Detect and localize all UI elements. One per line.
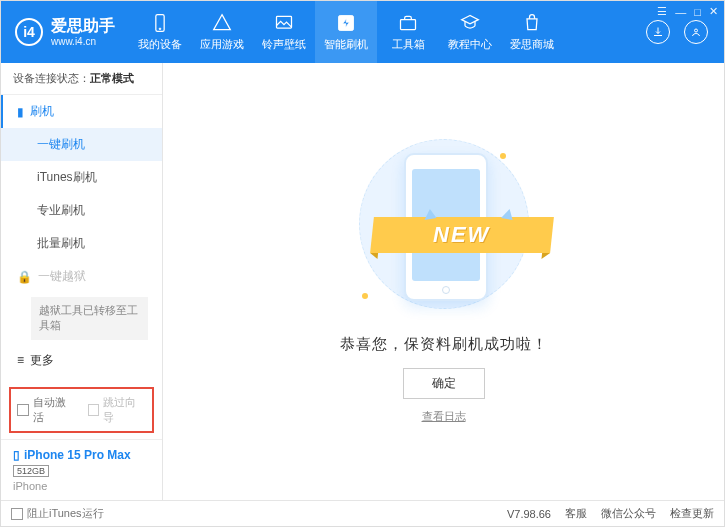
phone-small-icon: ▯ xyxy=(13,448,20,462)
sidebar-group-more[interactable]: ≡ 更多 xyxy=(1,344,162,377)
nav-label: 应用游戏 xyxy=(200,37,244,52)
nav-label: 我的设备 xyxy=(138,37,182,52)
minimize-icon[interactable]: — xyxy=(675,6,686,18)
nav-label: 铃声壁纸 xyxy=(262,37,306,52)
nav-label: 智能刷机 xyxy=(324,37,368,52)
ok-button[interactable]: 确定 xyxy=(403,368,485,399)
sidebar-item-batch-flash[interactable]: 批量刷机 xyxy=(1,227,162,260)
brand-logo-icon: i4 xyxy=(15,18,43,46)
app-icon xyxy=(212,13,232,33)
nav-tutorial[interactable]: 教程中心 xyxy=(439,1,501,63)
success-illustration: NEW xyxy=(354,139,534,319)
nav-toolbox[interactable]: 工具箱 xyxy=(377,1,439,63)
top-nav: 我的设备 应用游戏 铃声壁纸 智能刷机 工具箱 教程中心 xyxy=(129,1,646,63)
success-message: 恭喜您，保资料刷机成功啦！ xyxy=(340,335,548,354)
nav-label: 工具箱 xyxy=(392,37,425,52)
device-status: 设备连接状态：正常模式 xyxy=(1,63,162,95)
close-icon[interactable]: ✕ xyxy=(709,5,718,18)
nav-my-device[interactable]: 我的设备 xyxy=(129,1,191,63)
nav-label: 爱思商城 xyxy=(510,37,554,52)
brand: i4 爱思助手 www.i4.cn xyxy=(1,1,129,63)
sidebar-group-jailbreak: 🔒 一键越狱 xyxy=(1,260,162,293)
checkbox-skip-guide[interactable]: 跳过向导 xyxy=(88,395,147,425)
sidebar-item-itunes-flash[interactable]: iTunes刷机 xyxy=(1,161,162,194)
tutorial-icon xyxy=(460,13,480,33)
sidebar-item-onekey-flash[interactable]: 一键刷机 xyxy=(1,128,162,161)
nav-flash[interactable]: 智能刷机 xyxy=(315,1,377,63)
view-log-link[interactable]: 查看日志 xyxy=(422,409,466,424)
user-button[interactable] xyxy=(684,20,708,44)
device-storage: 512GB xyxy=(13,465,49,477)
svg-point-1 xyxy=(159,28,161,30)
options-highlight-box: 自动激活 跳过向导 xyxy=(9,387,154,433)
device-type: iPhone xyxy=(13,480,150,492)
svg-rect-2 xyxy=(277,16,292,28)
footer-update[interactable]: 检查更新 xyxy=(670,506,714,521)
nav-apps[interactable]: 应用游戏 xyxy=(191,1,253,63)
tray-icon[interactable]: ☰ xyxy=(657,5,667,18)
lock-icon: 🔒 xyxy=(17,270,32,284)
svg-rect-4 xyxy=(401,19,416,29)
connected-device[interactable]: ▯ iPhone 15 Pro Max 512GB iPhone xyxy=(1,439,162,500)
svg-point-5 xyxy=(695,29,698,32)
brand-subtitle: www.i4.cn xyxy=(51,36,115,48)
toolbox-icon xyxy=(398,13,418,33)
version-label: V7.98.66 xyxy=(507,508,551,520)
sidebar-item-other-tools[interactable]: 其他工具 xyxy=(1,377,162,381)
footer: 阻止iTunes运行 V7.98.66 客服 微信公众号 检查更新 xyxy=(1,500,724,526)
sidebar-item-pro-flash[interactable]: 专业刷机 xyxy=(1,194,162,227)
flash-icon xyxy=(336,13,356,33)
header: i4 爱思助手 www.i4.cn 我的设备 应用游戏 铃声壁纸 智能刷机 xyxy=(1,1,724,63)
sidebar: 设备连接状态：正常模式 ▮ 刷机 一键刷机 iTunes刷机 专业刷机 批量刷机… xyxy=(1,63,163,500)
shop-icon xyxy=(522,13,542,33)
new-badge: NEW xyxy=(433,222,490,248)
footer-wechat[interactable]: 微信公众号 xyxy=(601,506,656,521)
main-content: NEW 恭喜您，保资料刷机成功啦！ 确定 查看日志 xyxy=(163,63,724,500)
menu-icon: ≡ xyxy=(17,353,24,367)
wallpaper-icon xyxy=(274,13,294,33)
device-icon xyxy=(150,13,170,33)
jailbreak-note: 越狱工具已转移至工具箱 xyxy=(31,297,148,340)
checkbox-block-itunes[interactable]: 阻止iTunes运行 xyxy=(11,506,104,521)
download-button[interactable] xyxy=(646,20,670,44)
maximize-icon[interactable]: □ xyxy=(694,6,701,18)
nav-shop[interactable]: 爱思商城 xyxy=(501,1,563,63)
checkbox-auto-activate[interactable]: 自动激活 xyxy=(17,395,76,425)
phone-icon: ▮ xyxy=(17,105,24,119)
footer-service[interactable]: 客服 xyxy=(565,506,587,521)
nav-wallpaper[interactable]: 铃声壁纸 xyxy=(253,1,315,63)
sidebar-group-flash[interactable]: ▮ 刷机 xyxy=(1,95,162,128)
brand-title: 爱思助手 xyxy=(51,16,115,35)
nav-label: 教程中心 xyxy=(448,37,492,52)
